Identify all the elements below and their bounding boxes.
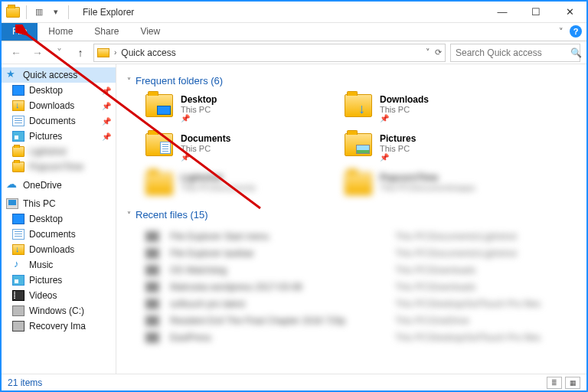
sidebar-item-downloads[interactable]: Downloads 📌: [2, 98, 116, 113]
sidebar-item-windows-c-[interactable]: Windows (C:): [2, 303, 116, 318]
sidebar-item-downloads[interactable]: Downloads: [2, 242, 116, 257]
sidebar-label: Quick access: [23, 70, 77, 80]
sidebar-item-desktop[interactable]: Desktop 📌: [2, 83, 116, 98]
window-controls: — ☐ ✕: [485, 2, 586, 23]
sidebar-item-label: PopcornTime: [29, 162, 83, 172]
file-row[interactable]: Resident Evil The Final Chapter 2016 720…: [145, 312, 576, 329]
view-details-button[interactable]: ≣: [547, 377, 562, 389]
folder-icon: [12, 146, 24, 157]
file-name: OS Watchdog: [170, 265, 384, 276]
folder-location: This PC: [380, 144, 416, 153]
folder-icon: [345, 94, 372, 117]
quick-access-toolbar: ▥ ▾: [2, 5, 75, 19]
section-header-frequent[interactable]: ˅ Frequent folders (6): [127, 75, 576, 87]
file-row[interactable]: File Explorer Start menu This PC\Documen…: [145, 228, 576, 245]
screen-overlay-icon: [157, 106, 171, 115]
tab-view[interactable]: View: [129, 23, 171, 41]
cloud-icon: [6, 180, 18, 191]
folder-name: PopcornTime: [380, 172, 475, 183]
recent-locations-button[interactable]: ˅: [51, 44, 67, 61]
file-location: This PC\OneDrive: [395, 315, 469, 326]
folder-icon: [345, 172, 372, 195]
back-button[interactable]: ←: [8, 44, 24, 61]
forward-button[interactable]: →: [29, 44, 46, 61]
folder-location: This PC: [181, 105, 217, 114]
status-bar: 21 items ≣ ▦: [2, 374, 586, 390]
ribbon-collapse-icon[interactable]: ˅: [553, 23, 570, 41]
folder-item[interactable]: Documents This PC 📌: [145, 133, 314, 162]
sidebar-label: This PC: [23, 198, 56, 209]
qat-dropdown-icon[interactable]: ▾: [50, 6, 62, 18]
sidebar-item-music[interactable]: Music: [2, 257, 116, 273]
file-name: Matroska wordpress 2017-03-08: [170, 282, 384, 292]
sidebar-item-pictures[interactable]: Pictures: [2, 273, 116, 288]
sidebar-item-recovery-ima[interactable]: Recovery Ima: [2, 318, 116, 334]
section-header-recent[interactable]: ˅ Recent files (15): [127, 209, 576, 220]
file-row[interactable]: File Explorer taskbar This PC\Documents\…: [145, 245, 576, 262]
dl-icon: [12, 244, 24, 255]
chevron-right-icon: ›: [114, 48, 116, 57]
up-button[interactable]: ↑: [72, 44, 89, 61]
folder-item[interactable]: PopcornTime This PC\Documents\apps: [345, 172, 513, 195]
sidebar-onedrive[interactable]: OneDrive: [2, 178, 116, 193]
folder-meta: Desktop This PC 📌: [181, 94, 217, 122]
help-icon[interactable]: ?: [570, 25, 582, 38]
sidebar-item-documents[interactable]: Documents 📌: [2, 113, 116, 129]
sidebar-item-label: Desktop: [29, 214, 63, 224]
address-dropdown-icon[interactable]: ˅: [426, 47, 430, 57]
qat-properties-icon[interactable]: ▥: [33, 6, 45, 18]
sidebar-item-label: Pictures: [29, 131, 62, 142]
folder-name: Desktop: [181, 94, 217, 105]
tab-file[interactable]: File: [2, 23, 38, 41]
sidebar-item-lightshot[interactable]: Lightshot: [2, 144, 116, 159]
status-item-count: 21 items: [8, 377, 42, 388]
file-row[interactable]: EasiPress This PC\Desktop\SofTouch Pro f…: [145, 329, 576, 346]
file-location: This PC\Desktop\SofTouch Pro files: [395, 299, 541, 309]
close-button[interactable]: ✕: [553, 2, 586, 23]
doc-icon: [12, 116, 24, 126]
sidebar-item-pictures[interactable]: Pictures 📌: [2, 129, 116, 144]
file-name: File Explorer Start menu: [170, 231, 384, 242]
pin-icon: 📌: [102, 87, 111, 95]
folder-location: This PC: [380, 105, 429, 114]
file-location: This PC\Documents\Lightshot: [395, 231, 517, 242]
file-row[interactable]: softouch pro latest This PC\Desktop\SofT…: [145, 296, 576, 312]
title-bar: ▥ ▾ File Explorer — ☐ ✕: [2, 2, 586, 23]
address-text: Quick access: [121, 47, 175, 58]
view-large-icons-button[interactable]: ▦: [565, 377, 580, 389]
folder-item[interactable]: Lightshot This PC\Documents: [145, 172, 314, 195]
sidebar-label: OneDrive: [23, 180, 62, 191]
file-location: This PC\Documents\Lightshot: [395, 248, 517, 259]
minimize-button[interactable]: —: [485, 2, 519, 23]
file-row[interactable]: OS Watchdog This PC\Downloads: [145, 262, 576, 279]
sidebar-quick-access[interactable]: Quick access: [2, 67, 116, 83]
address-bar[interactable]: › Quick access ˅ ⟳: [93, 44, 446, 62]
sidebar-item-label: Videos: [29, 290, 57, 301]
folder-item[interactable]: Pictures This PC 📌: [345, 133, 513, 162]
file-explorer-icon: [6, 7, 20, 18]
pin-icon: 📌: [380, 153, 416, 162]
sidebar-item-popcorntime[interactable]: PopcornTime: [2, 159, 116, 175]
maximize-button[interactable]: ☐: [519, 2, 553, 23]
pin-icon: 📌: [380, 114, 429, 122]
search-input[interactable]: [456, 47, 570, 58]
sidebar-item-documents[interactable]: Documents: [2, 227, 116, 242]
search-box[interactable]: 🔍: [450, 44, 580, 62]
refresh-icon[interactable]: ⟳: [435, 47, 442, 57]
folder-item[interactable]: Downloads This PC 📌: [345, 94, 513, 122]
disk-icon: [12, 305, 24, 316]
content-pane: ˅ Frequent folders (6) Desktop This PC 📌…: [116, 64, 586, 374]
sidebar-item-desktop[interactable]: Desktop: [2, 211, 116, 227]
tab-home[interactable]: Home: [38, 23, 83, 41]
ribbon-tabs: File Home Share View ˅ ?: [2, 23, 586, 41]
pc-icon: [6, 198, 18, 209]
file-name: File Explorer taskbar: [170, 248, 384, 259]
sidebar-item-videos[interactable]: Videos: [2, 288, 116, 303]
separator: [68, 5, 69, 19]
file-row[interactable]: Matroska wordpress 2017-03-08 This PC\Do…: [145, 279, 576, 296]
tab-share[interactable]: Share: [83, 23, 129, 41]
folder-item[interactable]: Desktop This PC 📌: [145, 94, 314, 122]
sidebar-this-pc[interactable]: This PC: [2, 196, 116, 211]
pin-icon: 📌: [181, 114, 217, 122]
file-name: EasiPress: [170, 332, 384, 343]
